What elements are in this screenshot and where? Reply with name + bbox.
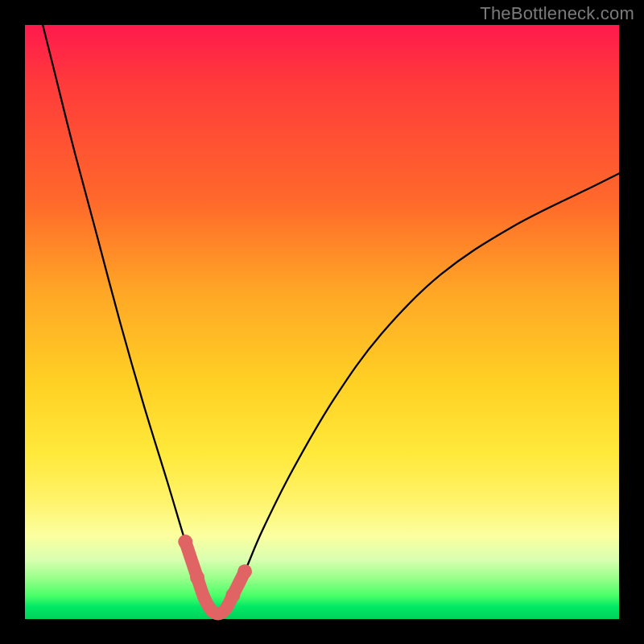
plot-area (25, 25, 619, 619)
watermark-text: TheBottleneck.com (480, 3, 634, 24)
valley-marker-dot (237, 564, 252, 579)
bottleneck-curve (43, 25, 619, 614)
valley-marker-dot (190, 570, 204, 584)
valley-marker-dot (225, 588, 240, 602)
curve-svg (25, 25, 619, 619)
valley-marker-dot (178, 535, 192, 549)
chart-frame: TheBottleneck.com (0, 0, 644, 644)
